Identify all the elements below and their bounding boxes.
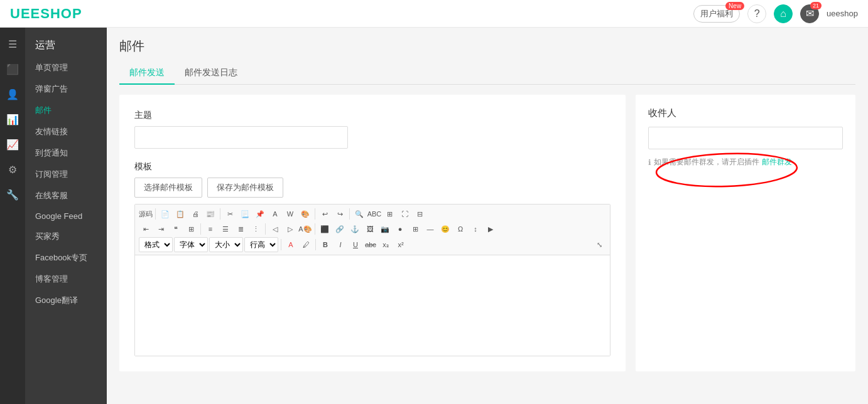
toolbar-bold[interactable]: B — [318, 238, 332, 252]
header: UEESHOP 用户福利 New ? ⌂ ✉ 21 ueeshop — [0, 0, 868, 28]
toolbar-selectall[interactable]: ⊞ — [382, 207, 396, 221]
toolbar-table[interactable]: ⊟ — [413, 207, 426, 221]
size-select[interactable]: 大小 — [209, 237, 243, 252]
nav-icon-products[interactable]: ⬛ — [1, 58, 24, 80]
editor-container: 源码 📄 📋 🖨 📰 ✂ 📃 📌 A — [134, 204, 610, 356]
sep6 — [265, 223, 266, 235]
toolbar-align-left[interactable]: ≡ — [203, 222, 217, 236]
sidebar-item-facebook[interactable]: Facebook专页 — [25, 247, 107, 268]
toolbar-row-3: 格式 字体 大小 行高 — [139, 237, 606, 252]
message-icon-button[interactable]: ✉ 21 — [800, 4, 819, 23]
subject-input[interactable] — [134, 126, 348, 149]
toolbar-underline[interactable]: U — [349, 238, 362, 252]
editor-body[interactable] — [135, 255, 610, 356]
home-icon-button[interactable]: ⌂ — [774, 4, 793, 23]
toolbar-blockquote[interactable]: ❝ — [169, 222, 183, 236]
toolbar-print[interactable]: 🖨 — [188, 207, 202, 221]
sidebar: 运营 单页管理 弹窗广告 邮件 友情链接 到货通知 订阅管理 在线客服 Goog… — [25, 28, 107, 404]
toolbar-align-justify[interactable]: ⋮ — [249, 222, 263, 236]
tab-mail-log[interactable]: 邮件发送日志 — [175, 62, 247, 85]
toolbar-paste[interactable]: 📌 — [253, 207, 267, 221]
sep3 — [315, 208, 315, 220]
toolbar-align-right[interactable]: ≣ — [234, 222, 247, 236]
toolbar-image[interactable]: 🖼 — [363, 222, 377, 236]
toolbar-templates[interactable]: 📋 — [173, 207, 187, 221]
template-buttons: 选择邮件模板 保存为邮件模板 — [134, 178, 610, 198]
sidebar-item-googlefeed[interactable]: Google Feed — [25, 206, 107, 226]
nav-icon-pages[interactable]: ☰ — [1, 33, 24, 55]
toolbar-table2[interactable]: ⊞ — [408, 222, 422, 236]
toolbar-resize[interactable]: ⤡ — [592, 238, 606, 252]
sidebar-item-buyershow[interactable]: 买家秀 — [25, 226, 107, 247]
toolbar-preview[interactable]: 📰 — [203, 207, 217, 221]
sidebar-item-livechat[interactable]: 在线客服 — [25, 185, 107, 206]
toolbar-superscript[interactable]: x² — [394, 238, 408, 252]
sidebar-item-blog[interactable]: 博客管理 — [25, 268, 107, 290]
toolbar-align-center[interactable]: ☰ — [219, 222, 232, 236]
toolbar-cut[interactable]: ✂ — [223, 207, 237, 221]
toolbar-pasteword[interactable]: W — [283, 207, 297, 221]
toolbar-media[interactable]: ▶ — [484, 222, 497, 236]
toolbar-bgcolor[interactable]: ⬛ — [318, 222, 332, 236]
nav-icon-marketing[interactable]: 📊 — [1, 108, 24, 130]
nav-icon-apps[interactable]: ⚙ — [1, 158, 24, 181]
hint-label: 如果需要邮件群发，请开启插件 — [654, 157, 759, 167]
toolbar-bidi-rtl[interactable]: ▷ — [283, 222, 297, 236]
hint-text: ℹ 如果需要邮件群发，请开启插件 邮件群发 — [648, 157, 843, 167]
toolbar-link[interactable]: 🔗 — [333, 222, 347, 236]
form-area: 主题 模板 选择邮件模板 保存为邮件模板 源码 — [119, 95, 626, 371]
toolbar-font-color[interactable]: A🎨 — [298, 222, 312, 236]
sidebar-item-pages[interactable]: 单页管理 — [25, 57, 107, 78]
save-template-button[interactable]: 保存为邮件模板 — [207, 178, 283, 198]
font-select[interactable]: 字体 — [174, 237, 208, 252]
message-badge: 21 — [810, 2, 822, 9]
sidebar-item-stock[interactable]: 到货通知 — [25, 142, 107, 164]
toolbar-fontcolor2[interactable]: A — [284, 238, 298, 252]
toolbar-colorpicker[interactable]: 🎨 — [298, 207, 312, 221]
toolbar-pagebreak[interactable]: ↕ — [469, 222, 482, 236]
lineheight-select[interactable]: 行高 — [244, 237, 278, 252]
sidebar-item-mail[interactable]: 邮件 — [25, 100, 107, 121]
toolbar-new[interactable]: 📄 — [158, 207, 172, 221]
sidebar-item-subscription[interactable]: 订阅管理 — [25, 164, 107, 185]
toolbar-anchor[interactable]: ⚓ — [348, 222, 362, 236]
subject-label: 主题 — [134, 110, 610, 121]
tab-mail-send[interactable]: 邮件发送 — [119, 62, 175, 85]
choose-template-button[interactable]: 选择邮件模板 — [134, 178, 202, 198]
welfare-button[interactable]: 用户福利 New — [693, 5, 740, 23]
toolbar-image2[interactable]: 📷 — [378, 222, 392, 236]
right-panel: 收件人 ℹ 如果需要邮件群发，请开启插件 邮件群发 — [636, 95, 855, 371]
mail-group-link[interactable]: 邮件群发 — [762, 157, 792, 167]
help-icon-button[interactable]: ? — [747, 4, 766, 23]
toolbar-fullscreen[interactable]: ⛶ — [398, 207, 411, 221]
nav-icon-settings[interactable]: 🔧 — [1, 183, 24, 206]
toolbar-find[interactable]: 🔍 — [352, 207, 366, 221]
nav-icon-analytics[interactable]: 📈 — [1, 133, 24, 156]
toolbar-copy[interactable]: 📃 — [238, 207, 252, 221]
toolbar-subscript[interactable]: x₂ — [379, 238, 393, 252]
toolbar-flash[interactable]: ● — [393, 222, 407, 236]
toolbar-bidi-ltr[interactable]: ◁ — [268, 222, 282, 236]
sidebar-item-links[interactable]: 友情链接 — [25, 121, 107, 142]
nav-icon-users[interactable]: 👤 — [1, 83, 24, 105]
toolbar-strike[interactable]: abc — [364, 238, 377, 252]
toolbar-spellcheck[interactable]: ABC — [367, 207, 381, 221]
toolbar-special[interactable]: Ω — [453, 222, 467, 236]
sidebar-item-popup[interactable]: 弹窗广告 — [25, 78, 107, 100]
toolbar-highlight[interactable]: 🖊 — [299, 238, 313, 252]
toolbar-pastetxt[interactable]: A — [268, 207, 282, 221]
hint-area: ℹ 如果需要邮件群发，请开启插件 邮件群发 — [648, 157, 843, 167]
toolbar-undo[interactable]: ↩ — [318, 207, 332, 221]
recipient-input[interactable] — [648, 127, 843, 149]
toolbar-italic[interactable]: I — [334, 238, 347, 252]
toolbar-source[interactable]: 源码 — [139, 207, 153, 221]
toolbar-indent-inc[interactable]: ⇥ — [154, 222, 168, 236]
toolbar-indent-dec[interactable]: ⇤ — [139, 222, 153, 236]
format-select[interactable]: 格式 — [139, 237, 173, 252]
toolbar-redo[interactable]: ↪ — [333, 207, 347, 221]
toolbar-div[interactable]: ⊞ — [184, 222, 198, 236]
toolbar-smiley[interactable]: 😊 — [438, 222, 452, 236]
sep8 — [281, 239, 281, 250]
sidebar-item-googletranslate[interactable]: Google翻译 — [25, 290, 107, 311]
toolbar-hr[interactable]: — — [423, 222, 437, 236]
